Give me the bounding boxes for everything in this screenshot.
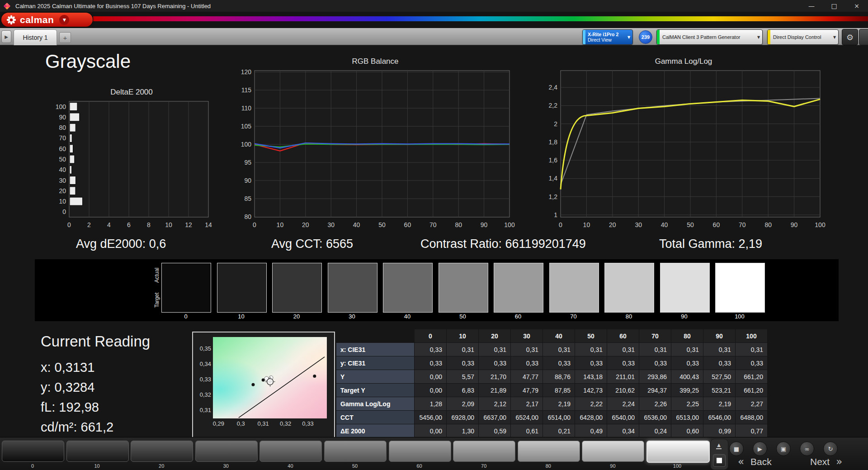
svg-text:2: 2 (87, 221, 91, 228)
eject-button[interactable]: ▲ (712, 440, 725, 452)
patch-button-10[interactable] (66, 441, 129, 462)
svg-text:120: 120 (241, 68, 252, 76)
grayscale-swatch-70 (549, 263, 599, 313)
display-patch-button[interactable] (713, 454, 726, 467)
tab-history-1[interactable]: History 1 (14, 29, 57, 45)
patch-button-70[interactable] (453, 441, 515, 462)
table-cell: 0,33 (543, 356, 575, 370)
patch-button-0[interactable] (2, 441, 64, 462)
panel-edge-button[interactable] (859, 29, 868, 45)
meter-name: X-Rite i1Pro 2 (588, 32, 625, 37)
svg-text:70: 70 (739, 221, 746, 228)
table-cell: 0,31 (671, 343, 703, 356)
table-cell: 142,73 (575, 384, 607, 397)
grayscale-swatch-30 (328, 263, 377, 313)
svg-text:4: 4 (107, 221, 111, 228)
back-button[interactable]: « Back (738, 456, 772, 467)
table-cell: 2,17 (511, 397, 543, 411)
patch-button-100[interactable] (646, 441, 710, 463)
svg-text:100: 100 (241, 141, 252, 148)
table-cell: 0,59 (479, 424, 511, 438)
table-cell: 47,79 (511, 384, 543, 397)
table-cell: 0,00 (415, 384, 447, 397)
grayscale-swatch-90 (660, 263, 710, 313)
measured-point (262, 379, 265, 382)
patch-button-60[interactable] (389, 441, 451, 462)
svg-text:1: 1 (554, 211, 557, 218)
table-header-cell: 100 (736, 329, 768, 343)
table-cell: 88,76 (543, 370, 575, 384)
save-button[interactable]: ▣ (776, 442, 791, 456)
table-row: Y0,005,5721,7047,7788,76143,18211,01293,… (336, 370, 768, 384)
reading-y: y: 0,3284 (41, 377, 150, 397)
window-controls: — □ × (800, 0, 868, 12)
eject-icon-bar (716, 448, 722, 449)
avg-cct-stat: Avg CCT: 6565 (271, 237, 353, 251)
swatch-level-label: 30 (328, 313, 377, 320)
next-arrow-icon: » (836, 456, 842, 467)
svg-text:90: 90 (481, 221, 488, 228)
chart-svg: 0102030405060708090100808590951001051101… (233, 67, 518, 233)
meter-dropdown[interactable]: X-Rite i1Pro 2 Direct View ▼ (582, 29, 633, 45)
tab-nav-button[interactable]: ▶ (1, 30, 11, 43)
minimize-button[interactable]: — (800, 0, 823, 12)
settings-button[interactable]: ⚙ (842, 29, 858, 45)
logo-menu-button[interactable]: ▼ (59, 15, 69, 25)
table-header-cell: 50 (575, 329, 607, 343)
table-cell: 0,33 (703, 356, 736, 370)
svg-text:2: 2 (554, 120, 557, 128)
pattern-generator-dropdown[interactable]: CalMAN Client 3 Pattern Generator ▼ (656, 29, 763, 45)
results-table: 0102030405060708090100x: CIE310,330,310,… (336, 329, 768, 438)
patch-level-label: 70 (453, 463, 514, 469)
table-header-cell: 60 (607, 329, 639, 343)
cie-x-tick: 0,32 (280, 420, 291, 427)
table-row: CCT5456,006928,006637,006524,006514,0064… (336, 411, 768, 424)
table-header-cell: 10 (447, 329, 479, 343)
add-tab-button[interactable]: + (59, 32, 71, 43)
svg-text:2,4: 2,4 (549, 84, 558, 91)
loop-button[interactable]: ↻ (823, 442, 838, 456)
table-cell: 6,83 (447, 384, 479, 397)
play-button[interactable]: ▶ (753, 442, 767, 456)
grayscale-swatch-100 (715, 263, 765, 313)
stop-button[interactable]: ■ (729, 442, 744, 456)
table-cell: 399,25 (671, 384, 703, 397)
calman-logo-button[interactable]: calman ▼ (1, 13, 93, 27)
table-cell: 0,33 (479, 356, 511, 370)
table-cell: 0,33 (415, 343, 447, 356)
patch-level-label: 90 (582, 463, 643, 469)
table-cell: 6488,00 (736, 411, 768, 424)
display-control-dropdown[interactable]: Direct Display Control ▼ (767, 29, 839, 45)
patch-button-30[interactable] (195, 441, 258, 462)
patch-button-80[interactable] (518, 441, 580, 462)
table-cell: 0,33 (415, 356, 447, 370)
close-button[interactable]: × (845, 0, 868, 12)
patch-level-label: 30 (195, 463, 257, 469)
maximize-button[interactable]: □ (823, 0, 845, 12)
table-cell: 400,43 (671, 370, 703, 384)
table-header-cell: 40 (543, 329, 575, 343)
patch-button-20[interactable] (131, 441, 193, 462)
svg-text:80: 80 (455, 221, 462, 228)
svg-text:6: 6 (127, 221, 131, 228)
continuous-icon: ∞ (805, 446, 810, 452)
next-button[interactable]: Next » (810, 456, 842, 467)
patch-button-50[interactable] (324, 441, 387, 462)
grayscale-swatch-50 (439, 263, 488, 313)
table-cell: 527,50 (703, 370, 736, 384)
cie-y-tick: 0,33 (194, 376, 211, 383)
patch-button-40[interactable] (259, 441, 322, 462)
meter-count-badge[interactable]: 239 (639, 30, 652, 44)
page-title: Grayscale (45, 51, 131, 72)
table-cell: 661,20 (736, 370, 768, 384)
swatch-level-label: 0 (161, 313, 210, 320)
svg-text:80: 80 (244, 213, 251, 220)
table-cell: 21,89 (479, 384, 511, 397)
svg-text:0: 0 (559, 221, 562, 228)
chevron-down-icon: ▼ (625, 35, 632, 39)
white-square-icon (717, 458, 722, 463)
patch-button-90[interactable] (582, 441, 644, 462)
table-corner-cell (336, 329, 415, 343)
grayscale-swatch-40 (383, 263, 433, 313)
continuous-button[interactable]: ∞ (800, 442, 814, 456)
